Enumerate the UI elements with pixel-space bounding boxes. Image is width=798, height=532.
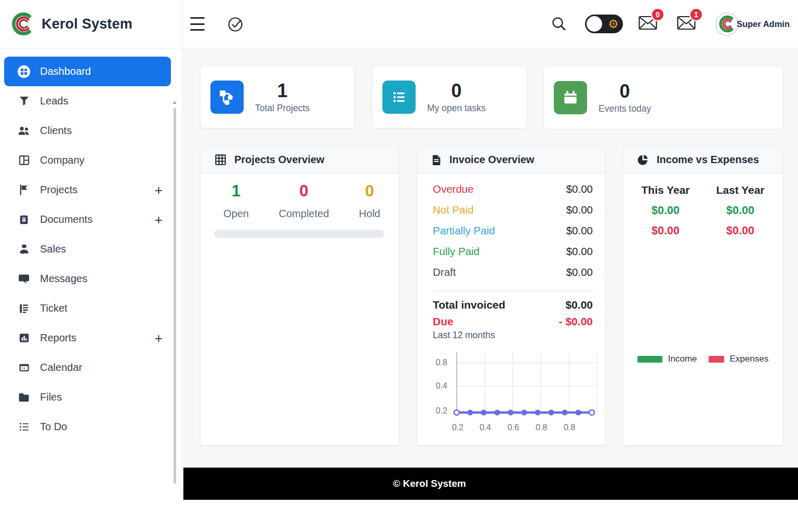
grid-icon (214, 153, 227, 166)
sidebar-item-label: Dashboard (40, 65, 91, 77)
invoice-row-overdue: Overdue $0.00 (433, 179, 593, 200)
user-name: Super Admin (737, 19, 790, 29)
row-value: $0.00 (566, 183, 593, 195)
income-expenses-card: Income vs Expenses This Year $0.00 $0.00… (622, 146, 783, 446)
expand-plus-icon[interactable]: + (155, 183, 163, 197)
income-legend-swatch (637, 356, 662, 363)
row-value: $0.00 (566, 204, 593, 216)
sidebar-item-label: Reports (40, 332, 76, 344)
row-value: $0.00 (566, 245, 593, 258)
dashboard-icon (17, 64, 31, 79)
sidebar-item-sales[interactable]: Sales (4, 234, 171, 264)
projects-hold-stat: 0 Hold (359, 181, 380, 220)
sidebar-item-reports[interactable]: Reports + (4, 323, 171, 353)
layout-icon (17, 154, 31, 166)
sidebar-item-label: Company (40, 154, 85, 166)
this-year-column: This Year $0.00 $0.00 (628, 180, 703, 241)
lock-file-icon (17, 214, 31, 225)
card-header: Income vs Expenses (623, 147, 783, 174)
sidebar-scrollbar[interactable] (174, 108, 176, 484)
toggle-knob[interactable] (587, 16, 602, 32)
invoice-row-fully-paid: Fully Paid $0.00 (433, 241, 593, 262)
svg-text:0.2: 0.2 (452, 423, 463, 432)
dark-mode-toggle[interactable]: ⚙ (585, 15, 623, 33)
row-label: Not Paid (433, 204, 474, 216)
sidebar-item-calendar[interactable]: Calendar (4, 353, 171, 382)
card-title: Invoice Overview (449, 154, 534, 166)
invoice-total-row: Total invoiced $0.00 (417, 297, 605, 313)
sidebar-item-dashboard[interactable]: Dashboard (4, 57, 171, 86)
messages-button[interactable]: 1 (677, 16, 696, 32)
expand-plus-icon[interactable]: + (155, 331, 163, 345)
invoice-due-row: Due - $0.00 (417, 313, 605, 330)
project-branch-icon (210, 81, 244, 114)
sidebar-item-ticket[interactable]: Ticket (4, 294, 171, 323)
check-circle-icon[interactable] (227, 16, 244, 35)
task-list-icon (382, 81, 416, 114)
hold-label: Hold (359, 208, 380, 220)
expand-plus-icon[interactable]: + (155, 213, 163, 227)
notifications-button[interactable]: 0 (639, 16, 657, 32)
due-value: - $0.00 (559, 315, 593, 328)
sidebar-item-clients[interactable]: Clients (4, 116, 171, 145)
card-title: Income vs Expenses (657, 154, 759, 166)
due-label: Due (433, 315, 454, 328)
sidebar-item-projects[interactable]: Projects + (4, 175, 171, 205)
funnel-icon (17, 95, 31, 107)
copyright-text: © Kerol System (393, 478, 466, 489)
message-badge: 1 (689, 8, 703, 21)
sidebar-item-todo[interactable]: To Do (4, 412, 171, 442)
projects-open-stat: 1 Open (223, 181, 249, 220)
income-legend-label: Income (668, 354, 697, 364)
invoice-row-partially-paid: Partially Paid $0.00 (433, 220, 593, 241)
person-chat-icon (17, 243, 31, 255)
sidebar-item-company[interactable]: Company (4, 145, 171, 175)
sidebar-item-label: Leads (40, 95, 69, 107)
bar-chart-icon (17, 332, 31, 344)
completed-count: 0 (299, 181, 308, 202)
search-icon[interactable] (551, 16, 567, 32)
row-label: Fully Paid (433, 245, 480, 258)
gear-icon: ⚙ (608, 18, 619, 30)
total-label: Total invoiced (433, 299, 506, 311)
sidebar-item-documents[interactable]: Documents + (4, 205, 171, 234)
row-label: Partially Paid (433, 224, 495, 237)
stat-label: Total Projects (255, 103, 310, 114)
sidebar-item-label: Ticket (40, 302, 68, 314)
open-label: Open (223, 208, 249, 220)
menu-toggle-icon[interactable] (190, 17, 205, 31)
chart-legend: Income Expenses (623, 354, 783, 364)
row-label: Overdue (433, 183, 474, 195)
sidebar-item-label: Sales (40, 243, 66, 255)
folder-icon (17, 391, 31, 404)
sidebar-item-leads[interactable]: Leads (4, 86, 171, 116)
sidebar-item-messages[interactable]: Messages (4, 264, 171, 294)
expenses-legend-label: Expenses (730, 354, 769, 364)
calendar-icon (17, 362, 31, 374)
people-icon (17, 125, 31, 137)
pie-chart-icon (636, 153, 649, 166)
scrollbar-up-arrow[interactable] (172, 101, 177, 104)
brand: Kerol System (0, 0, 183, 48)
calendar-icon (554, 81, 587, 114)
invoice-overview-card: Invoice Overview Overdue $0.00 Not Paid … (417, 146, 606, 446)
user-menu[interactable]: Super Admin (715, 12, 790, 36)
projects-progress-bar (214, 230, 384, 238)
last-year-column: Last Year $0.00 $0.00 (703, 180, 778, 241)
completed-label: Completed (279, 208, 329, 220)
invoice-line-chart: 0.8 0.4 0.2 0.2 0.4 0.6 0.8 0.8 (417, 350, 606, 436)
stat-card-events-today: 0 Events today (543, 66, 783, 129)
row-value: $0.00 (566, 224, 593, 237)
sidebar-item-files[interactable]: Files (4, 382, 171, 412)
svg-text:0.4: 0.4 (436, 381, 447, 390)
svg-text:0.8: 0.8 (436, 358, 447, 367)
sidebar-item-label: Files (40, 391, 62, 403)
row-label: Draft (433, 266, 456, 278)
chat-bubble-icon (17, 273, 31, 285)
page-footer: © Kerol System (183, 468, 798, 500)
svg-text:0.8: 0.8 (536, 423, 547, 432)
main-content: 1 Total Projects 0 My open tasks (183, 49, 798, 500)
chart-caption: Last 12 months (433, 330, 495, 341)
notification-badge: 0 (651, 8, 664, 21)
flag-icon (17, 184, 31, 196)
